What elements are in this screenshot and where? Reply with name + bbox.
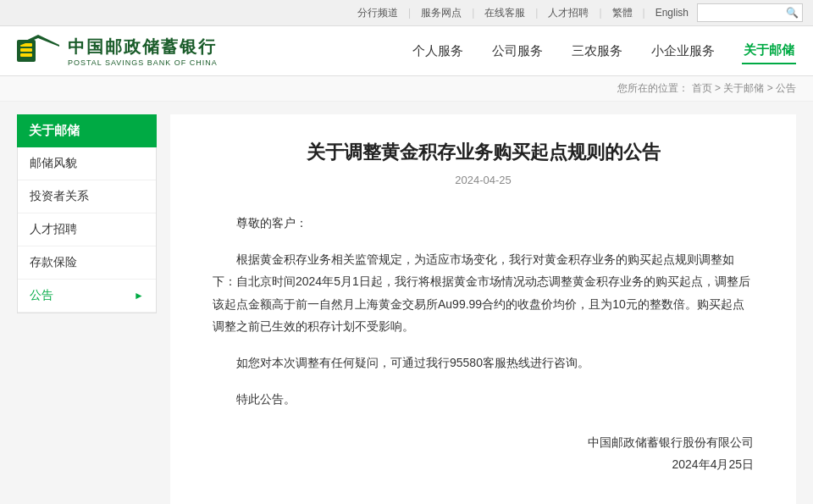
talent-link[interactable]: 人才招聘 [548,6,589,20]
sidebar-item-notice[interactable]: 公告 ► [18,280,156,313]
divider2: | [472,7,474,19]
sidebar-menu: 邮储风貌 投资者关系 人才招聘 存款保险 公告 ► [17,147,157,313]
notice-sign-date: 2024年4月25日 [213,457,754,473]
bank-logo-icon [17,33,59,69]
sidebar-item-deposit[interactable]: 存款保险 [18,246,156,280]
header: 中国邮政储蓄银行 POSTAL SAVINGS BANK OF CHINA 个人… [0,26,813,76]
sidebar-item-talent-label: 人才招聘 [30,222,77,237]
sidebar-item-investors[interactable]: 投资者关系 [18,180,156,213]
notice-company: 中国邮政储蓄银行股份有限公司 [213,435,754,451]
svg-rect-2 [20,48,32,52]
search-icon[interactable]: 🔍 [786,7,799,19]
sidebar-item-deposit-label: 存款保险 [30,255,77,270]
main-nav: 个人服务 公司服务 三农服务 小企业服务 关于邮储 [411,38,796,64]
english-link[interactable]: English [655,7,689,19]
service-outlets-link[interactable]: 服务网点 [421,6,462,20]
notice-greeting: 尊敬的客户： [213,212,754,235]
logo-en-text: POSTAL SAVINGS BANK OF CHINA [68,58,218,67]
sidebar-arrow-icon: ► [134,290,144,302]
top-bar: 分行频道 | 服务网点 | 在线客服 | 人才招聘 | 繁體 | English… [0,0,813,26]
sidebar-item-investors-label: 投资者关系 [30,189,89,204]
nav-personal[interactable]: 个人服务 [411,39,465,64]
notice-paragraph3: 特此公告。 [213,388,754,411]
sidebar: 关于邮储 邮储风貌 投资者关系 人才招聘 存款保险 公告 ► [17,114,157,504]
notice-paragraph2: 如您对本次调整有任何疑问，可通过我行95580客服热线进行咨询。 [213,352,754,374]
online-service-link[interactable]: 在线客服 [484,6,525,20]
divider5: | [643,7,645,19]
divider3: | [535,7,538,19]
breadcrumb-about[interactable]: 关于邮储 [723,82,764,94]
breadcrumb-prefix: 您所在的位置： [617,82,689,94]
body-layout: 关于邮储 邮储风貌 投资者关系 人才招聘 存款保险 公告 ► 关于调整黄金积存业… [0,102,813,504]
top-bar-links: 分行频道 | 服务网点 | 在线客服 | 人才招聘 | 繁體 | English [10,6,689,20]
breadcrumb-sep1: > [715,82,723,94]
breadcrumb-home[interactable]: 首页 [692,82,712,94]
logo-area: 中国邮政储蓄银行 POSTAL SAVINGS BANK OF CHINA [17,33,218,69]
breadcrumb-current: 公告 [776,82,796,94]
sidebar-item-scenery[interactable]: 邮储风貌 [18,147,156,180]
notice-title: 关于调整黄金积存业务购买起点规则的公告 [213,140,754,165]
divider4: | [599,7,601,19]
main-content: 关于调整黄金积存业务购买起点规则的公告 2024-04-25 尊敬的客户： 根据… [170,114,796,504]
notice-body: 尊敬的客户： 根据黄金积存业务相关监管规定，为适应市场变化，我行对黄金积存业务的… [213,212,754,410]
sidebar-item-talent[interactable]: 人才招聘 [18,213,156,246]
traditional-link[interactable]: 繁體 [612,6,633,20]
nav-rural[interactable]: 三农服务 [570,39,624,64]
breadcrumb-sep2: > [767,82,776,94]
sidebar-item-scenery-label: 邮储风貌 [30,156,77,171]
branch-channel-link[interactable]: 分行频道 [357,6,398,20]
notice-date: 2024-04-25 [213,174,754,186]
nav-corporate[interactable]: 公司服务 [490,39,545,64]
breadcrumb: 您所在的位置： 首页 > 关于邮储 > 公告 [0,76,813,102]
sidebar-item-notice-label: 公告 [30,288,53,303]
nav-small-business[interactable]: 小企业服务 [650,39,716,64]
logo-text: 中国邮政储蓄银行 POSTAL SAVINGS BANK OF CHINA [68,36,218,67]
logo-cn-text: 中国邮政储蓄银行 [68,36,218,58]
sidebar-title: 关于邮储 [17,114,157,147]
nav-about[interactable]: 关于邮储 [742,38,796,64]
notice-signature: 中国邮政储蓄银行股份有限公司 2024年4月25日 [213,435,754,473]
search-box: 🔍 [697,3,803,22]
svg-rect-3 [20,53,32,57]
notice-paragraph1: 根据黄金积存业务相关监管规定，为适应市场变化，我行对黄金积存业务的购买起点规则调… [213,248,754,338]
search-input[interactable] [701,4,786,21]
divider1: | [408,7,411,19]
